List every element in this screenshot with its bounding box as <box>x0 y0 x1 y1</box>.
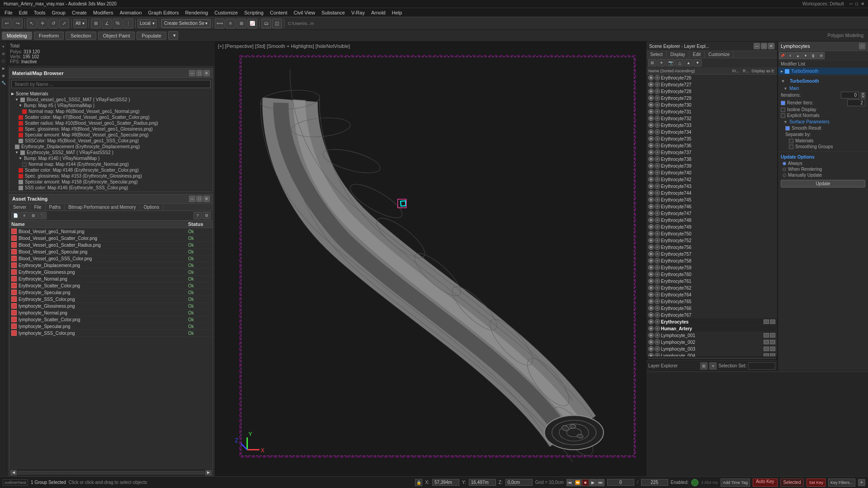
turbosm-expand[interactable]: ▼ <box>781 79 785 84</box>
when-rendering-radio[interactable] <box>783 168 786 171</box>
asset-row-2[interactable]: Blood_Vessel_geo1_Scatter_Color.png Ok <box>9 235 212 242</box>
menu-modifiers[interactable]: Modifiers <box>90 9 116 16</box>
menu-vray[interactable]: V-Ray <box>349 9 368 16</box>
tab-freeform[interactable]: Freeform <box>34 32 64 40</box>
turbosm-modifier-item[interactable]: ▸ TurboSmooth <box>778 68 868 75</box>
align-btn[interactable]: ≡ <box>226 19 236 28</box>
move-btn[interactable]: ✛ <box>38 19 47 28</box>
reference-coord[interactable]: Local ▾ <box>137 19 157 28</box>
asset-panel-minimize[interactable]: ─ <box>189 196 195 202</box>
frame-total[interactable]: 225 <box>641 479 668 486</box>
menu-arnold[interactable]: Arnold <box>368 9 388 16</box>
layer-row-764[interactable]: Erythrocyte764 <box>646 291 777 298</box>
mod-icon-delete[interactable]: 🗑 <box>810 52 817 59</box>
se-tab-customize[interactable]: Customize <box>705 51 734 58</box>
layer-row-748[interactable]: Erythrocyte748 <box>646 217 777 224</box>
asset-row-15[interactable]: lymphocyte_Specular.png Ok <box>9 323 212 330</box>
se-scroll-up[interactable]: ▲ <box>684 59 693 66</box>
layer-row-732[interactable]: Erythrocyte732 <box>646 115 777 122</box>
iterations-spinner[interactable]: ▲ ▼ <box>861 92 865 99</box>
menu-customize[interactable]: Customize <box>212 9 241 16</box>
asset-tb-new[interactable]: 📄 <box>11 212 19 219</box>
menu-edit[interactable]: Edit <box>16 9 30 16</box>
asset-tab-file[interactable]: File <box>30 204 45 211</box>
mod-icon-settings[interactable]: ⚙ <box>817 52 825 59</box>
iterations-input[interactable] <box>841 92 859 99</box>
layer-row-757[interactable]: Erythrocyte757 <box>646 251 777 258</box>
menu-group[interactable]: Group <box>49 9 68 16</box>
snap-toggle[interactable]: ⊞ <box>91 19 101 28</box>
smoothing-groups-checkbox[interactable] <box>789 145 793 149</box>
se-tab-edit[interactable]: Edit <box>689 51 705 58</box>
layer-row-727[interactable]: Erythrocyte727 <box>646 81 777 88</box>
menu-file[interactable]: File <box>2 9 15 16</box>
add-time-tag-btn[interactable]: Add Time Tag <box>721 479 750 487</box>
asset-row-11[interactable]: Erythrocyte_SSS_Color.png Ok <box>9 296 212 303</box>
redo-btn[interactable]: ↪ <box>13 19 23 28</box>
surface-params-expand[interactable]: ▼ <box>783 120 788 124</box>
asset-panel-restore[interactable]: □ <box>196 196 203 202</box>
layer-row-760[interactable]: Erythrocyte760 <box>646 271 777 278</box>
close-btn[interactable]: ✕ <box>861 1 864 6</box>
layer-row-747[interactable]: Erythrocyte747 <box>646 210 777 217</box>
material-blood-vessel[interactable]: ▼ Blood_vessel_geo1_SSS2_MAT ( VRayFastS… <box>11 97 211 103</box>
se-scroll-down[interactable]: ▼ <box>693 59 702 66</box>
enabled-indicator[interactable] <box>691 479 698 486</box>
modify-icon[interactable]: ⚙ <box>0 51 7 57</box>
play-stop[interactable]: ■ <box>582 479 589 486</box>
asset-tb-detail[interactable]: ⊞ <box>29 212 38 219</box>
asset-tab-paths[interactable]: Paths <box>46 204 65 211</box>
play-next[interactable]: ⏭ <box>597 479 604 486</box>
asset-row-12[interactable]: lymphocyte_Glossiness.png Ok <box>9 303 212 310</box>
mod-icon-pin[interactable]: 📌 <box>779 52 786 59</box>
layer-row-766[interactable]: Erythrocyte766 <box>646 305 777 312</box>
maximize-btn[interactable]: □ <box>855 1 858 6</box>
layer-row-743[interactable]: Erythrocyte743 <box>646 183 777 190</box>
layer-row-733[interactable]: Erythrocyte733 <box>646 122 777 129</box>
layer-row-749[interactable]: Erythrocyte749 <box>646 224 777 230</box>
asset-tab-server[interactable]: Server <box>9 204 30 211</box>
y-coord[interactable]: 16,497m <box>469 479 496 486</box>
layer-row-lymp001[interactable]: Lymphocyte_001 <box>646 332 777 339</box>
utilities-icon[interactable]: 🔧 <box>0 80 7 86</box>
material-panel-restore[interactable]: □ <box>196 70 203 76</box>
layer-btn[interactable]: 🗂 <box>261 19 271 28</box>
asset-tb-settings[interactable]: ⚙ <box>203 212 211 219</box>
asset-row-5[interactable]: Blood_Vessel_geo1_SSS_Color.png Ok <box>9 255 212 262</box>
layer-row-758[interactable]: Erythrocyte758 <box>646 258 777 264</box>
menu-animation[interactable]: Animation <box>117 9 145 16</box>
material-panel-minimize[interactable]: ─ <box>189 70 195 76</box>
percent-snap[interactable]: % <box>113 19 123 28</box>
main-expand[interactable]: ▼ <box>783 86 788 91</box>
layer-row-lymp003[interactable]: Lymphocyte_003 <box>646 346 777 352</box>
asset-row-10[interactable]: Erythrocyte_Specular.png Ok <box>9 289 212 296</box>
se-bottom-btn2[interactable]: ≡ <box>709 362 717 370</box>
layer-row-human-artery[interactable]: Human_Artery <box>646 325 777 332</box>
selection-set-input[interactable] <box>748 362 775 370</box>
layer-row-erythrocytes[interactable]: Erythrocytes <box>646 319 777 325</box>
layer-row-738[interactable]: Erythrocyte738 <box>646 156 777 163</box>
se-tab-select[interactable]: Select <box>646 51 667 58</box>
tab-populate[interactable]: Populate <box>137 32 166 40</box>
add-key-btn[interactable]: + <box>858 479 865 486</box>
layer-row-761[interactable]: Erythrocyte761 <box>646 278 777 285</box>
mirror-btn[interactable]: ⟺ <box>215 19 225 28</box>
menu-civil-view[interactable]: Civil View <box>291 9 317 16</box>
menu-help[interactable]: Help <box>389 9 405 16</box>
tab-object-paint[interactable]: Object Paint <box>98 32 135 40</box>
select-btn[interactable]: ↖ <box>27 19 37 28</box>
asset-scroll-left[interactable]: ◀ <box>10 470 17 475</box>
scale-btn[interactable]: ⤢ <box>59 19 69 28</box>
lock-btn[interactable]: 🔒 <box>415 479 422 486</box>
asset-panel-close[interactable]: ✕ <box>203 196 210 202</box>
tab-options[interactable]: ▾ <box>168 31 178 40</box>
material-panel-close[interactable]: ✕ <box>203 70 210 76</box>
smooth-result-checkbox[interactable] <box>785 126 790 131</box>
layer-row-737[interactable]: Erythrocyte737 <box>646 149 777 156</box>
play-prev[interactable]: ⏮ <box>566 479 574 486</box>
asset-tb-help[interactable]: ? <box>193 212 202 219</box>
layer-row-729[interactable]: Erythrocyte729 <box>646 95 777 102</box>
layer-row-746[interactable]: Erythrocyte746 <box>646 203 777 210</box>
display-icon[interactable]: ◉ <box>0 72 7 79</box>
set-key-btn[interactable]: Set Key <box>807 479 826 487</box>
